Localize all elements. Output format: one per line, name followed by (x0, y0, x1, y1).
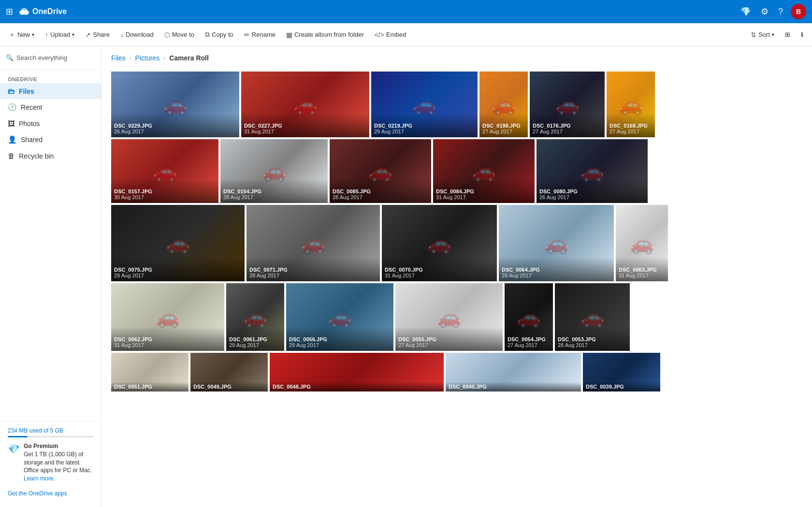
breadcrumb-pictures[interactable]: Pictures (135, 54, 160, 62)
toolbar: ＋ New ▾ ↑ Upload ▾ ↗ Share ↓ Download ⬡ … (0, 23, 812, 46)
premium-title: Go Premium (24, 443, 58, 449)
download-button[interactable]: ↓ Download (116, 28, 159, 42)
plus-icon: ＋ (9, 30, 15, 39)
sort-icon: ⇅ (751, 31, 756, 39)
photo-item[interactable]: DSC_0070.JPG 31 Aug 2017 (382, 205, 497, 281)
sort-chevron-icon: ▾ (772, 32, 774, 37)
sidebar-photos-label: Photos (19, 120, 40, 128)
learn-more-link[interactable]: Learn more. (24, 475, 55, 482)
photo-item[interactable]: DSC_0084.JPG 31 Aug 2017 (433, 139, 535, 203)
photo-item[interactable]: DSC_0154.JPG 28 Aug 2017 (220, 139, 328, 203)
get-apps-link[interactable]: Get the OneDrive apps (8, 490, 67, 497)
copy-icon: ⧉ (205, 30, 210, 39)
photo-row-1: DSC_0229.JPG 26 Aug 2017 DSC_0227.JPG 31… (111, 72, 802, 137)
sort-button[interactable]: ⇅ Sort ▾ (746, 28, 779, 42)
photo-row-5: DSC_0051.JPG DSC_0049.JPG DSC_0048.JPG D… (111, 353, 802, 391)
info-button[interactable]: ℹ (796, 28, 808, 41)
premium-diamond-icon: 💎 (8, 443, 20, 455)
info-icon: ℹ (801, 31, 803, 38)
grid-dots-icon[interactable]: ⊞ (6, 6, 13, 17)
search-bar[interactable]: 🔍 Search everything (0, 50, 101, 70)
storage-bar (8, 436, 93, 437)
photo-item[interactable]: DSC_0051.JPG (111, 353, 188, 391)
recycle-icon: 🗑 (8, 152, 15, 160)
photo-item[interactable]: DSC_0056.JPG 29 Aug 2017 (286, 283, 393, 351)
create-album-button[interactable]: ▦ Create album from folder (281, 28, 369, 42)
photo-item[interactable]: DSC_0071.JPG 28 Aug 2017 (246, 205, 380, 281)
photos-icon: 🖼 (8, 119, 15, 128)
photo-row-3: DSC_0075.JPG 29 Aug 2017 DSC_0071.JPG 28… (111, 205, 802, 281)
photo-item[interactable]: DSC_0063.JPG 31 Aug 2017 (616, 205, 668, 281)
sidebar-item-recent[interactable]: 🕐 Recent (0, 99, 101, 116)
move-icon: ⬡ (164, 31, 170, 39)
sidebar-recycle-label: Recycle bin (19, 152, 54, 160)
upload-button[interactable]: ↑ Upload ▾ (40, 28, 79, 42)
photo-item[interactable]: DSC_0055.JPG 27 Aug 2017 (395, 283, 503, 351)
sidebar-files-label: Files (19, 87, 34, 95)
user-avatar[interactable]: B (791, 4, 806, 19)
move-to-button[interactable]: ⬡ Move to (160, 28, 199, 42)
photo-item[interactable]: DSC_0198.JPG 27 Aug 2017 (479, 72, 528, 137)
sidebar-recent-label: Recent (21, 103, 42, 111)
photo-item[interactable]: DSC_0039.JPG (583, 353, 660, 391)
photo-item[interactable]: DSC_0085.JPG 28 Aug 2017 (330, 139, 431, 203)
photo-item[interactable]: DSC_0219.JPG 29 Aug 2017 (371, 72, 478, 137)
app-logo: OneDrive (19, 6, 67, 17)
sidebar-shared-label: Shared (21, 136, 43, 144)
photo-item[interactable]: DSC_0227.JPG 31 Aug 2017 (241, 72, 369, 137)
share-button[interactable]: ↗ Share (80, 28, 115, 42)
new-button[interactable]: ＋ New ▾ (4, 28, 39, 42)
photo-item[interactable]: DSC_0080.JPG 26 Aug 2017 (536, 139, 648, 203)
main-layout: 🔍 Search everything OneDrive 🗁 Files 🕐 R… (0, 46, 812, 507)
photo-row-2: DSC_0157.JPG 30 Aug 2017 DSC_0154.JPG 28… (111, 139, 802, 203)
share-icon: ↗ (85, 31, 91, 39)
sidebar-bottom: 234 MB used of 5 GB 💎 Go Premium Get 1 T… (0, 421, 101, 503)
search-label: Search everything (16, 54, 67, 61)
breadcrumb-files[interactable]: Files (111, 54, 126, 62)
diamond-icon-btn[interactable]: 💎 (739, 4, 753, 19)
photo-item[interactable]: DSC_0049.JPG (190, 353, 268, 391)
settings-icon-btn[interactable]: ⚙ (759, 4, 770, 19)
shared-icon: 👤 (8, 135, 17, 144)
breadcrumb-sep-1: › (130, 55, 131, 61)
photo-item[interactable]: DSC_0075.JPG 29 Aug 2017 (111, 205, 245, 281)
app-title: OneDrive (32, 7, 67, 16)
photo-item[interactable]: DSC_0168.JPG 27 Aug 2017 (607, 72, 655, 137)
storage-bar-fill (8, 436, 28, 437)
copy-to-button[interactable]: ⧉ Copy to (200, 28, 238, 42)
photo-row-4: DSC_0062.JPG 31 Aug 2017 DSC_0061.JPG 29… (111, 283, 802, 351)
album-icon: ▦ (286, 31, 292, 39)
photo-item[interactable]: DSC_0053.JPG 28 Aug 2017 (555, 283, 630, 351)
photo-item[interactable]: DSC_0061.JPG 29 Aug 2017 (226, 283, 284, 351)
photo-item[interactable]: DSC_0062.JPG 31 Aug 2017 (111, 283, 224, 351)
onedrive-logo-icon (19, 6, 29, 17)
sidebar: 🔍 Search everything OneDrive 🗁 Files 🕐 R… (0, 46, 102, 507)
new-chevron-icon: ▾ (32, 32, 34, 37)
breadcrumb-sep-2: › (163, 55, 165, 61)
photo-item[interactable]: DSC_0064.JPG 29 Aug 2017 (499, 205, 614, 281)
photo-item[interactable]: DSC_0157.JPG 30 Aug 2017 (111, 139, 218, 203)
download-icon: ↓ (120, 31, 124, 39)
embed-button[interactable]: </> Embed (370, 28, 411, 42)
photo-grid: DSC_0229.JPG 26 Aug 2017 DSC_0227.JPG 31… (111, 72, 802, 391)
photo-item[interactable]: DSC_0176.JPG 27 Aug 2017 (530, 72, 605, 137)
view-toggle-button[interactable]: ⊞ (780, 28, 795, 41)
sidebar-item-recycle[interactable]: 🗑 Recycle bin (0, 148, 101, 164)
breadcrumb: Files › Pictures › Camera Roll (111, 54, 802, 62)
files-icon: 🗁 (8, 87, 15, 95)
sidebar-item-shared[interactable]: 👤 Shared (0, 131, 101, 148)
photo-item[interactable]: DSC_0048.JPG (270, 353, 444, 391)
breadcrumb-current: Camera Roll (169, 54, 209, 62)
rename-icon: ✏ (244, 31, 250, 39)
rename-button[interactable]: ✏ Rename (239, 28, 280, 42)
photo-item[interactable]: DSC_0054.JPG 27 Aug 2017 (505, 283, 553, 351)
premium-desc: Get 1 TB (1,000 GB) of storage and the l… (24, 451, 92, 474)
help-icon-btn[interactable]: ? (776, 5, 785, 19)
svg-point-2 (21, 8, 28, 13)
photo-item[interactable]: DSC_0040.JPG (446, 353, 581, 391)
sidebar-item-photos[interactable]: 🖼 Photos (0, 116, 101, 131)
photo-item[interactable]: DSC_0229.JPG 26 Aug 2017 (111, 72, 239, 137)
content-area: Files › Pictures › Camera Roll DSC_0229.… (102, 46, 812, 507)
premium-box: 💎 Go Premium Get 1 TB (1,000 GB) of stor… (8, 442, 93, 483)
sidebar-item-files[interactable]: 🗁 Files (0, 83, 101, 99)
